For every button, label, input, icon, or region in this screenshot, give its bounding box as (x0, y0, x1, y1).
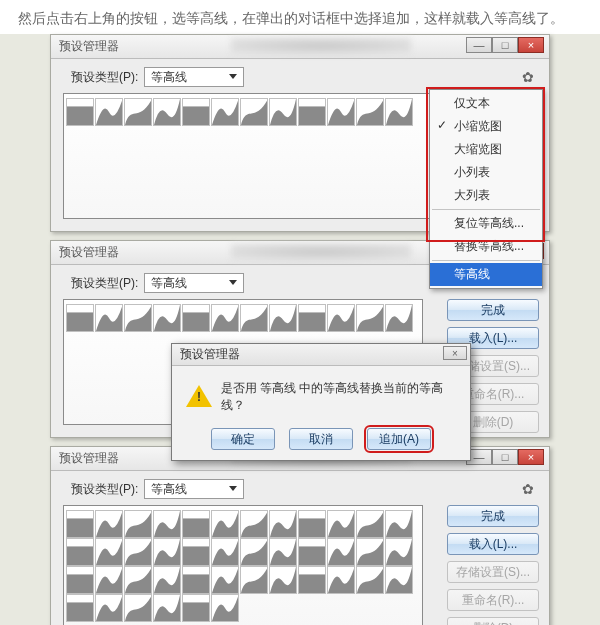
contour-thumb[interactable] (327, 538, 355, 566)
contour-thumb[interactable] (385, 510, 413, 538)
contour-thumb[interactable] (182, 98, 210, 126)
minimize-button[interactable]: — (466, 37, 492, 53)
menu-reset[interactable]: 复位等高线... (430, 212, 542, 235)
done-button[interactable]: 完成 (447, 505, 539, 527)
dialog-titlebar[interactable]: 预设管理器 × (172, 344, 470, 366)
contour-thumb[interactable] (153, 538, 181, 566)
contour-thumb[interactable] (211, 304, 239, 332)
contour-thumb[interactable] (153, 566, 181, 594)
gear-icon[interactable]: ✿ (519, 480, 537, 498)
menu-small-list[interactable]: 小列表 (430, 161, 542, 184)
contour-thumb[interactable] (95, 304, 123, 332)
contour-thumb[interactable] (211, 510, 239, 538)
contour-thumb[interactable] (66, 566, 94, 594)
menu-small-thumb[interactable]: 小缩览图 (430, 115, 542, 138)
contour-thumb[interactable] (95, 566, 123, 594)
contour-thumb[interactable] (298, 98, 326, 126)
contour-thumb[interactable] (124, 98, 152, 126)
contour-thumb[interactable] (153, 594, 181, 622)
contour-thumb[interactable] (356, 98, 384, 126)
contour-thumb[interactable] (356, 510, 384, 538)
thumbnail-grid[interactable] (63, 505, 423, 625)
contour-thumb[interactable] (385, 98, 413, 126)
contour-thumb[interactable] (298, 566, 326, 594)
contour-thumb[interactable] (298, 510, 326, 538)
contour-thumb[interactable] (95, 510, 123, 538)
menu-text-only[interactable]: 仅文本 (430, 92, 542, 115)
contour-thumb[interactable] (356, 304, 384, 332)
contour-thumb[interactable] (269, 566, 297, 594)
contour-thumb[interactable] (269, 510, 297, 538)
contour-thumb[interactable] (240, 538, 268, 566)
maximize-button[interactable]: □ (492, 449, 518, 465)
contour-thumb[interactable] (385, 538, 413, 566)
preset-type-select[interactable]: 等高线 (144, 479, 244, 499)
dialog-close-button[interactable]: × (443, 346, 467, 360)
contour-thumb[interactable] (269, 304, 297, 332)
contour-thumb[interactable] (269, 98, 297, 126)
contour-thumb[interactable] (124, 510, 152, 538)
contour-thumb[interactable] (211, 566, 239, 594)
contour-thumb[interactable] (95, 98, 123, 126)
contour-thumb[interactable] (124, 566, 152, 594)
contour-thumb[interactable] (182, 304, 210, 332)
flyout-menu: 仅文本 小缩览图 大缩览图 小列表 大列表 复位等高线... 替换等高线... … (429, 89, 543, 289)
contour-thumb[interactable] (240, 304, 268, 332)
contour-thumb[interactable] (240, 510, 268, 538)
contour-thumb[interactable] (66, 538, 94, 566)
contour-thumb[interactable] (66, 98, 94, 126)
rename-button: 重命名(R)... (447, 589, 539, 611)
contour-thumb[interactable] (95, 538, 123, 566)
contour-thumb[interactable] (356, 566, 384, 594)
preset-type-select[interactable]: 等高线 (144, 273, 244, 293)
menu-contour[interactable]: 等高线 (430, 263, 542, 286)
contour-thumb[interactable] (124, 304, 152, 332)
contour-thumb[interactable] (211, 594, 239, 622)
titlebar[interactable]: 预设管理器 — □ × (51, 35, 549, 59)
contour-thumb[interactable] (269, 538, 297, 566)
maximize-button[interactable]: □ (492, 37, 518, 53)
dialog-question: 是否用 等高线 中的等高线替换当前的等高线？ (221, 380, 456, 414)
contour-thumb[interactable] (211, 98, 239, 126)
delete-button: 删除(D) (447, 617, 539, 625)
menu-large-thumb[interactable]: 大缩览图 (430, 138, 542, 161)
append-button[interactable]: 追加(A) (367, 428, 431, 450)
contour-thumb[interactable] (327, 98, 355, 126)
done-button[interactable]: 完成 (447, 299, 539, 321)
dialog-title: 预设管理器 (180, 346, 240, 363)
preset-type-select[interactable]: 等高线 (144, 67, 244, 87)
contour-thumb[interactable] (298, 304, 326, 332)
ok-button[interactable]: 确定 (211, 428, 275, 450)
contour-thumb[interactable] (153, 304, 181, 332)
contour-thumb[interactable] (211, 538, 239, 566)
contour-thumb[interactable] (240, 566, 268, 594)
contour-thumb[interactable] (153, 510, 181, 538)
contour-thumb[interactable] (327, 566, 355, 594)
menu-large-list[interactable]: 大列表 (430, 184, 542, 207)
cancel-button[interactable]: 取消 (289, 428, 353, 450)
close-button[interactable]: × (518, 37, 544, 53)
contour-thumb[interactable] (356, 538, 384, 566)
contour-thumb[interactable] (385, 304, 413, 332)
contour-thumb[interactable] (298, 538, 326, 566)
contour-thumb[interactable] (327, 510, 355, 538)
menu-replace[interactable]: 替换等高线... (430, 235, 542, 258)
contour-thumb[interactable] (66, 510, 94, 538)
contour-thumb[interactable] (124, 594, 152, 622)
contour-thumb[interactable] (327, 304, 355, 332)
contour-thumb[interactable] (182, 566, 210, 594)
contour-thumb[interactable] (182, 594, 210, 622)
contour-thumb[interactable] (182, 538, 210, 566)
load-button[interactable]: 载入(L)... (447, 533, 539, 555)
gear-icon[interactable]: ✿ (519, 68, 537, 86)
contour-thumb[interactable] (182, 510, 210, 538)
warning-icon (186, 385, 211, 409)
contour-thumb[interactable] (240, 98, 268, 126)
contour-thumb[interactable] (153, 98, 181, 126)
contour-thumb[interactable] (95, 594, 123, 622)
contour-thumb[interactable] (124, 538, 152, 566)
contour-thumb[interactable] (66, 594, 94, 622)
contour-thumb[interactable] (66, 304, 94, 332)
contour-thumb[interactable] (385, 566, 413, 594)
close-button[interactable]: × (518, 449, 544, 465)
